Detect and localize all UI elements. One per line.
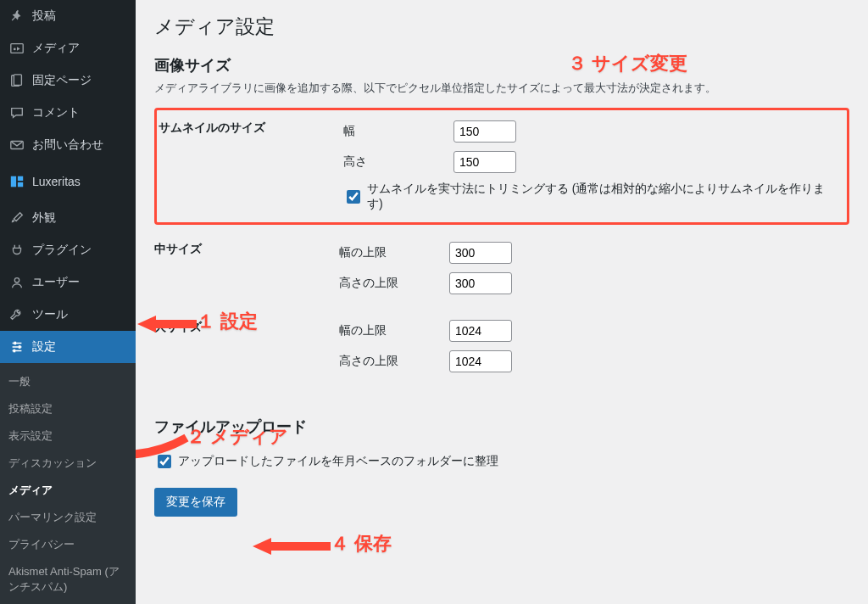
svg-rect-6 [18, 176, 23, 181]
pin-icon [8, 8, 25, 25]
plug-icon [8, 242, 25, 259]
sidebar-item-label: Luxeritas [32, 175, 81, 188]
submenu-item-6[interactable]: プライバシー [0, 531, 136, 558]
medium-large-table: 中サイズ 幅の上限 高さの上限 大サイズ 幅の上限 [154, 233, 849, 389]
large-row-label: 大サイズ [154, 311, 339, 389]
annotation-4: ４ 保存 [331, 531, 392, 556]
sidebar-item-3[interactable]: コメント [0, 97, 136, 129]
sidebar-item-label: 設定 [32, 339, 56, 355]
organize-by-month-label: アップロードしたファイルを年月ベースのフォルダーに整理 [178, 454, 498, 469]
large-width-input[interactable] [449, 320, 512, 342]
sidebar-item-label: お問い合わせ [32, 137, 103, 153]
thumb-width-input[interactable] [453, 120, 516, 143]
sidebar-item-7[interactable]: プラグイン [0, 234, 136, 266]
layout-icon [8, 173, 25, 190]
submenu-item-8[interactable]: Insert Headers and Footers [0, 601, 136, 604]
sidebar-item-1[interactable]: メディア [0, 32, 136, 64]
thumb-height-label: 高さ [343, 154, 453, 170]
mail-icon [8, 137, 25, 154]
admin-sidebar: 投稿メディア固定ページコメントお問い合わせLuxeritas外観プラグインユーザ… [0, 0, 136, 604]
organize-by-month-checkbox[interactable] [158, 455, 171, 468]
thumb-width-label: 幅 [343, 124, 453, 139]
medium-width-input[interactable] [449, 242, 512, 264]
svg-rect-10 [19, 345, 21, 349]
sidebar-item-label: ユーザー [32, 275, 80, 290]
app-root: 投稿メディア固定ページコメントお問い合わせLuxeritas外観プラグインユーザ… [0, 0, 868, 604]
sidebar-item-8[interactable]: ユーザー [0, 266, 136, 299]
main-menu: 投稿メディア固定ページコメントお問い合わせLuxeritas外観プラグインユーザ… [0, 0, 136, 363]
svg-rect-7 [18, 182, 23, 187]
submenu-item-4[interactable]: メディア [0, 477, 136, 504]
sliders-icon [8, 338, 25, 355]
svg-point-8 [14, 278, 19, 282]
submenu-item-3[interactable]: ディスカッション [0, 450, 136, 477]
user-icon [8, 274, 25, 291]
submenu-item-2[interactable]: 表示設定 [0, 422, 136, 450]
svg-rect-5 [11, 176, 16, 187]
upload-heading: ファイルアップロード [154, 417, 849, 437]
page-icon [8, 72, 25, 89]
thumbnail-highlight: サムネイルのサイズ 幅 高さ サムネイルを実寸法にトリミングする (通常は [154, 108, 849, 225]
sidebar-item-label: 外観 [32, 210, 56, 226]
thumbnail-row-label: サムネイルのサイズ [159, 112, 343, 221]
wrench-icon [8, 306, 25, 323]
thumbnail-table: サムネイルのサイズ 幅 高さ サムネイルを実寸法にトリミングする (通常は [159, 112, 845, 221]
sidebar-item-label: メディア [32, 41, 80, 56]
thumb-crop-label: サムネイルを実寸法にトリミングする (通常は相対的な縮小によりサムネイルを作りま… [367, 182, 838, 212]
submenu-item-5[interactable]: パーマリンク設定 [0, 504, 136, 531]
sidebar-item-5[interactable]: Luxeritas [0, 165, 136, 198]
submenu-item-0[interactable]: 一般 [0, 368, 136, 395]
media-icon [8, 40, 25, 57]
svg-point-1 [14, 48, 16, 51]
sidebar-item-label: 投稿 [32, 8, 56, 24]
comment-icon [8, 104, 25, 121]
save-button[interactable]: 変更を保存 [154, 488, 237, 517]
settings-submenu: 一般投稿設定表示設定ディスカッションメディアパーマリンク設定プライバシーAkis… [0, 363, 136, 604]
image-sizes-description: メディアライブラリに画像を追加する際、以下でピクセル単位指定したサイズによって最… [154, 81, 849, 96]
medium-height-label: 高さの上限 [339, 276, 449, 291]
thumb-height-input[interactable] [453, 151, 516, 173]
thumb-crop-checkbox[interactable] [347, 190, 360, 204]
svg-rect-9 [14, 342, 16, 345]
image-sizes-heading: 画像サイズ [154, 55, 849, 76]
sidebar-item-6[interactable]: 外観 [0, 202, 136, 234]
svg-rect-11 [14, 350, 16, 353]
sidebar-item-label: プラグイン [32, 243, 92, 258]
submenu-item-1[interactable]: 投稿設定 [0, 395, 136, 422]
sidebar-item-9[interactable]: ツール [0, 299, 136, 331]
sidebar-item-2[interactable]: 固定ページ [0, 64, 136, 97]
medium-width-label: 幅の上限 [339, 245, 449, 260]
large-width-label: 幅の上限 [339, 323, 449, 338]
svg-marker-16 [253, 538, 271, 555]
annotation-4-arrow [253, 536, 331, 559]
sidebar-item-label: ツール [32, 307, 68, 322]
svg-rect-3 [14, 75, 21, 86]
sidebar-item-0[interactable]: 投稿 [0, 0, 136, 32]
sidebar-item-label: 固定ページ [32, 73, 92, 88]
page-title: メディア設定 [154, 14, 849, 40]
sidebar-item-4[interactable]: お問い合わせ [0, 129, 136, 161]
svg-marker-13 [137, 316, 156, 333]
medium-row-label: 中サイズ [154, 233, 339, 311]
sidebar-item-label: コメント [32, 105, 80, 120]
large-height-input[interactable] [449, 350, 512, 372]
submenu-item-7[interactable]: Akismet Anti-Spam (アンチスパム) [0, 558, 136, 601]
main-content: メディア設定 画像サイズ メディアライブラリに画像を追加する際、以下でピクセル単… [136, 0, 868, 604]
sidebar-item-10[interactable]: 設定 [0, 331, 136, 363]
brush-icon [8, 210, 25, 226]
medium-height-input[interactable] [449, 272, 512, 294]
large-height-label: 高さの上限 [339, 354, 449, 369]
